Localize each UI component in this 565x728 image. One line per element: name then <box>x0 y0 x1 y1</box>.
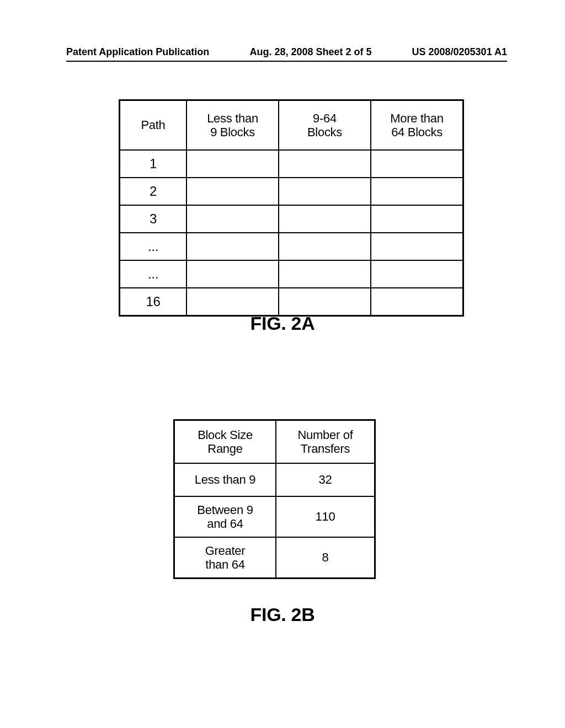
cell <box>186 260 279 288</box>
cell <box>371 178 463 205</box>
cell: 2 <box>120 178 187 205</box>
cell: 16 <box>120 288 187 316</box>
table-row: Between 9and 64 110 <box>174 496 375 537</box>
cell <box>279 178 371 205</box>
table-row: Block SizeRange Number ofTransfers <box>174 420 375 464</box>
table-row: ... <box>120 233 463 260</box>
figure-2b-caption: FIG. 2B <box>0 604 565 625</box>
cell: Greaterthan 64 <box>174 537 276 579</box>
page-header: Patent Application Publication Aug. 28, … <box>66 46 507 58</box>
cell <box>371 150 463 178</box>
header-rule <box>66 61 507 62</box>
cell: 32 <box>276 463 375 496</box>
th-more64: More than64 Blocks <box>371 100 463 151</box>
table-fig-2a: Path Less than9 Blocks 9-64Blocks More t… <box>119 99 464 317</box>
table-row: 3 <box>120 205 463 233</box>
cell <box>186 178 279 205</box>
cell <box>279 150 371 178</box>
cell <box>279 233 371 260</box>
cell: ... <box>120 260 187 288</box>
cell <box>279 288 371 316</box>
cell: 3 <box>120 205 187 233</box>
table-row: 2 <box>120 178 463 205</box>
cell <box>186 150 279 178</box>
cell: 8 <box>276 537 375 579</box>
cell <box>371 260 463 288</box>
cell: 110 <box>276 496 375 537</box>
cell <box>186 233 279 260</box>
th-block-size: Block SizeRange <box>174 420 276 464</box>
patent-page: Patent Application Publication Aug. 28, … <box>0 0 565 728</box>
header-center: Aug. 28, 2008 Sheet 2 of 5 <box>249 46 371 58</box>
cell <box>279 260 371 288</box>
th-9to64: 9-64Blocks <box>279 100 371 151</box>
table-row: Greaterthan 64 8 <box>174 537 375 579</box>
table-row: 16 <box>120 288 463 316</box>
table-row: ... <box>120 260 463 288</box>
cell <box>186 205 279 233</box>
table-row: Less than 9 32 <box>174 463 375 496</box>
header-left: Patent Application Publication <box>66 46 209 58</box>
cell: Between 9and 64 <box>174 496 276 537</box>
cell: Less than 9 <box>174 463 276 496</box>
cell <box>371 233 463 260</box>
figure-2a-caption: FIG. 2A <box>0 313 565 334</box>
header-right: US 2008/0205301 A1 <box>412 46 507 58</box>
table-fig-2b: Block SizeRange Number ofTransfers Less … <box>173 419 376 579</box>
cell <box>371 288 463 316</box>
table-row: Path Less than9 Blocks 9-64Blocks More t… <box>120 100 463 151</box>
cell <box>279 205 371 233</box>
cell <box>186 288 279 316</box>
th-path: Path <box>120 100 187 151</box>
cell: ... <box>120 233 187 260</box>
cell: 1 <box>120 150 187 178</box>
th-less9: Less than9 Blocks <box>186 100 279 151</box>
th-transfers: Number ofTransfers <box>276 420 375 464</box>
cell <box>371 205 463 233</box>
table-row: 1 <box>120 150 463 178</box>
